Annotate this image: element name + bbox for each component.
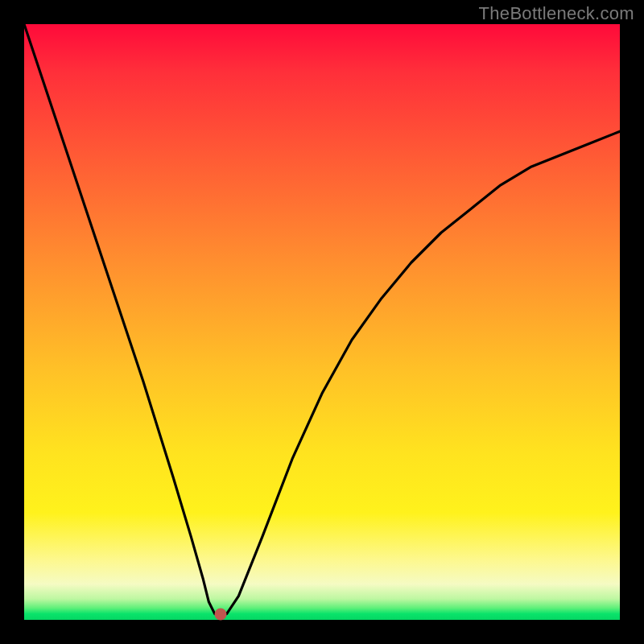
chart-frame: TheBottleneck.com bbox=[0, 0, 644, 644]
bottleneck-curve bbox=[24, 24, 620, 620]
optimal-point-marker bbox=[215, 608, 227, 620]
plot-area bbox=[24, 24, 620, 620]
watermark-text: TheBottleneck.com bbox=[479, 3, 634, 24]
